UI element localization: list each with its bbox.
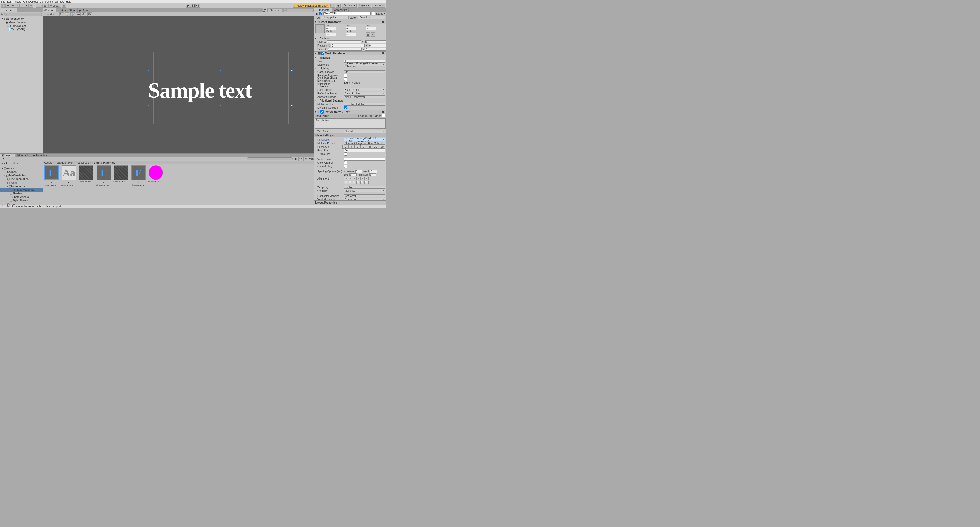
collab-icon[interactable]: ◉ [336,3,341,8]
camera-icon[interactable]: 📷▾ [263,8,268,12]
tab-console[interactable]: ▤ Console [15,154,31,157]
menu-gameobject[interactable]: GameObject [23,0,38,3]
hmap-dropdown[interactable]: Character [344,194,385,197]
2d-toggle[interactable]: 2D [59,12,64,16]
favorites-row[interactable]: ▾★ Favorites [0,161,43,165]
dynocc-checkbox[interactable] [344,106,347,109]
matpreset-dropdown[interactable]: GowunBatang-Bold Atlas Material [344,142,385,145]
anchor-dropdown[interactable]: None (Transform) [344,95,385,99]
crumb-assets[interactable]: Assets [44,161,52,164]
valign-base[interactable]: ⬜ [356,180,360,184]
motion-dropdown[interactable]: Per Object Motion [344,102,385,105]
expand-icon[interactable]: ▸ [68,180,70,184]
asset-item[interactable]: F▸GowunBatang-Bo... [44,165,59,208]
tab-game[interactable]: ▶ Game [78,8,91,12]
tab-inspector[interactable]: ⓘ Inspector [314,8,332,12]
scale-tool[interactable]: ⤢ [15,3,19,8]
static-checkbox[interactable] [372,12,375,15]
shaders-folder[interactable]: ▢ Shaders [0,192,43,195]
valign-mid[interactable]: ⬜ [348,180,352,184]
fx-toggle[interactable]: ☁▾ [76,12,81,16]
tmp-enabled-checkbox[interactable] [320,110,324,113]
lighting-foldout[interactable]: Lighting [319,67,329,70]
tab-animation[interactable]: ◆ Animation [32,154,50,157]
snap-toggle[interactable]: ⊞ [62,3,66,8]
menu-assets[interactable]: Assets [14,0,21,3]
tab-collaborate[interactable]: Collaborate [332,8,348,12]
pivot-toggle[interactable]: ◘ Pivot [36,3,48,8]
materials-foldout[interactable]: Materials [319,56,331,59]
crumb-resources[interactable]: Resources [76,161,89,164]
tag-dropdown[interactable]: Untagged [321,16,348,19]
fonts-folder[interactable]: ▢ Fonts [0,181,43,184]
grid-toggle[interactable]: ⊞▾ [88,12,92,16]
audio-toggle[interactable]: 🔊 [70,12,75,16]
save-search-icon[interactable]: ★ [304,157,308,161]
wrapping-dropdown[interactable]: Enabled [344,186,385,189]
mesh-renderer-header[interactable]: ▾▦ Mesh Renderer ❷⁝ [314,51,386,55]
tab-project[interactable]: ▣ Project [0,154,15,157]
custom-tool[interactable]: ✎ [29,3,33,8]
rect-tool[interactable]: ▭ [19,3,24,8]
tmp-folder[interactable]: ▾▢ TextMesh Pro [0,174,43,177]
reference-icon[interactable]: ❷ [382,110,384,113]
rotx-input[interactable] [331,44,365,47]
asset-item[interactable]: LiberationSans S... [79,165,94,208]
create-dropdown[interactable]: +▾ [0,13,3,16]
lowercase-button[interactable]: ab [367,145,373,149]
rect-transform-gizmo[interactable] [148,70,293,106]
expand-icon[interactable]: ▸ [138,180,139,184]
valign-bot[interactable]: ⬜ [352,180,356,184]
pivotx-input[interactable] [327,40,361,43]
rtl-checkbox[interactable] [382,114,385,117]
reference-icon[interactable]: ❷ [382,20,384,24]
fonts-materials-folder[interactable]: ▢ Fonts & Materials [0,188,43,192]
menu-icon[interactable]: ⁝ [385,52,386,55]
recv-checkbox[interactable] [344,74,347,77]
fontsize-input[interactable] [344,149,385,152]
blueprint-icon[interactable]: ▦ [366,32,370,37]
reflprobes-dropdown[interactable]: Blend Probes [344,92,385,95]
hidden-toggle[interactable]: 👁0 [82,12,86,16]
align-geo[interactable]: ≡ [364,177,369,180]
overridetags-checkbox[interactable] [344,164,347,168]
additional-foldout[interactable]: Additional Settings [319,99,343,102]
charspacing-input[interactable] [355,170,363,173]
overflow-dropdown[interactable]: Overflow [344,189,385,192]
tab-asset-store[interactable]: 🛒 Asset Store [56,8,78,12]
mesh-enabled-checkbox[interactable] [321,52,325,55]
layout-properties-header[interactable]: Layout Properties [314,200,386,204]
posx-input[interactable] [326,27,336,30]
search-by-label-icon[interactable]: 🏷 [298,157,303,161]
align-flush[interactable]: ≡ [360,177,364,180]
transform-tool[interactable]: ✦ [24,3,29,8]
scene-row[interactable]: ▾⎈ SampleScene* [0,17,43,21]
hierarchy-item-text[interactable]: 📄Text (TMP) [0,28,43,31]
resources-folder[interactable]: ▾▢ Resources [0,184,43,188]
cloud-icon[interactable]: ☁ [331,3,335,8]
preset-icon[interactable]: ⁝ [385,20,386,24]
layer-dropdown[interactable]: Default [358,16,385,19]
gizmos-dropdown[interactable]: Gizmos [268,9,283,12]
scene-close-icon[interactable]: ✕ [260,9,262,12]
layers-dropdown[interactable]: Layers [358,3,371,8]
object-name-input[interactable] [323,12,371,15]
expand-icon[interactable]: ▸ [103,180,105,184]
account-dropdown[interactable]: Account [342,3,356,8]
scenes-folder[interactable]: ▢ Scenes [0,170,43,174]
pivoty-input[interactable] [365,40,386,43]
asset-item[interactable]: F▸LiberationSans S... [131,165,146,208]
text-content-input[interactable]: Sample text [315,118,386,129]
vertexcolor-swatch[interactable] [344,158,385,161]
fontasset-field[interactable]: F GowunBatang-Bold SDF (TMP_Font Asset) [344,138,385,141]
hand-tool[interactable]: ✋ [1,3,6,8]
bold-button[interactable]: B [342,145,348,149]
crumb-tmp[interactable]: TextMesh Pro [56,161,73,164]
uppercase-button[interactable]: AB [373,145,379,149]
preview-packages-pill[interactable]: Preview Packages in Use ▾ [293,3,329,8]
cast-dropdown[interactable]: Off [344,70,385,73]
doc-folder[interactable]: ▢ Documentation [0,177,43,181]
strike-button[interactable]: S [361,145,367,149]
lightprobes-dropdown[interactable]: Blend Probes [344,88,385,91]
scaley-input[interactable] [365,48,386,51]
